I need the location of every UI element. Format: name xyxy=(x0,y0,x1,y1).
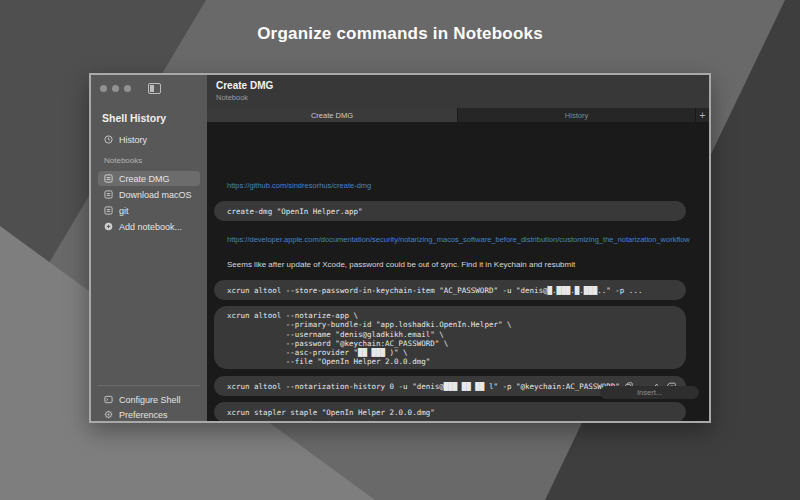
notebook-icon xyxy=(104,174,113,183)
tab-bar: Create DMG History + xyxy=(207,108,709,122)
plus-circle-icon xyxy=(104,222,113,231)
new-tab-button[interactable]: + xyxy=(695,108,709,122)
command-row-store-password[interactable]: xcrun altool --store-password-in-keychai… xyxy=(214,280,686,300)
notebook-title: Create DMG xyxy=(216,80,273,91)
sidebar-item-label: Create DMG xyxy=(119,174,170,184)
tab-create-dmg[interactable]: Create DMG xyxy=(207,108,457,122)
sidebar-item-label: Preferences xyxy=(119,410,168,420)
terminal-icon xyxy=(104,395,113,404)
sidebar-separator xyxy=(98,385,200,386)
sidebar-item-label: Download macOS xyxy=(119,190,192,200)
command-row-stapler[interactable]: xcrun stapler staple "OpenIn Helper 2.0.… xyxy=(214,402,686,421)
traffic-light-minimize[interactable] xyxy=(112,85,119,92)
link-row-create-dmg-repo[interactable]: https://github.com/sindresorhus/create-d… xyxy=(227,181,371,190)
sidebar-item-label: Configure Shell xyxy=(119,395,181,405)
gear-icon xyxy=(104,410,113,419)
sidebar: Shell History History Notebooks Create D… xyxy=(91,75,207,421)
traffic-light-zoom[interactable] xyxy=(124,85,131,92)
marketing-screenshot: Organize commands in Notebooks Shell His… xyxy=(0,0,800,500)
command-text: xcrun altool --notarization-history 0 -u… xyxy=(227,382,620,391)
notebook-header: Create DMG Notebook xyxy=(207,75,709,108)
sidebar-app-title: Shell History xyxy=(102,112,166,124)
sidebar-item-label: History xyxy=(119,135,147,145)
clock-icon xyxy=(104,135,113,144)
traffic-light-close[interactable] xyxy=(100,85,107,92)
command-text: xcrun stapler staple "OpenIn Helper 2.0.… xyxy=(227,408,435,417)
sidebar-item-configure-shell[interactable]: Configure Shell xyxy=(98,392,200,407)
notebook-icon xyxy=(104,206,113,215)
sidebar-item-label: Add notebook... xyxy=(119,222,182,232)
app-window: Shell History History Notebooks Create D… xyxy=(89,73,711,423)
note-row-keychain[interactable]: Seems like after update of Xcode, passwo… xyxy=(227,260,575,269)
sidebar-item-download-macos[interactable]: Download macOS xyxy=(98,187,200,202)
sidebar-item-git[interactable]: git xyxy=(98,203,200,218)
sidebar-item-preferences[interactable]: Preferences xyxy=(98,407,200,421)
command-text-multiline: xcrun altool --notarize-app \ --primary-… xyxy=(227,311,676,367)
sidebar-toggle-icon[interactable] xyxy=(148,83,161,94)
command-row-notarize-app[interactable]: xcrun altool --notarize-app \ --primary-… xyxy=(214,306,686,369)
traffic-lights xyxy=(100,85,131,92)
main-panel: Create DMG Notebook Create DMG History +… xyxy=(207,75,709,421)
notebooks-section-label: Notebooks xyxy=(104,156,142,165)
notebook-icon xyxy=(104,190,113,199)
command-text: xcrun altool --store-password-in-keychai… xyxy=(227,286,642,295)
notebook-content: https://github.com/sindresorhus/create-d… xyxy=(207,122,709,421)
tab-history[interactable]: History xyxy=(457,108,695,122)
notebook-subtitle: Notebook xyxy=(216,93,248,102)
sidebar-item-create-dmg[interactable]: Create DMG xyxy=(98,171,200,186)
link-row-apple-docs[interactable]: https://developer.apple.com/documentatio… xyxy=(227,235,690,244)
hero-title: Organize commands in Notebooks xyxy=(0,24,800,44)
sidebar-item-label: git xyxy=(119,206,129,216)
command-text: create-dmg "OpenIn Helper.app" xyxy=(227,207,362,216)
sidebar-item-history[interactable]: History xyxy=(98,132,200,147)
command-row-create-dmg[interactable]: create-dmg "OpenIn Helper.app" xyxy=(214,201,686,221)
sidebar-item-add-notebook[interactable]: Add notebook... xyxy=(98,219,200,234)
insert-button[interactable]: Insert... xyxy=(600,386,699,399)
